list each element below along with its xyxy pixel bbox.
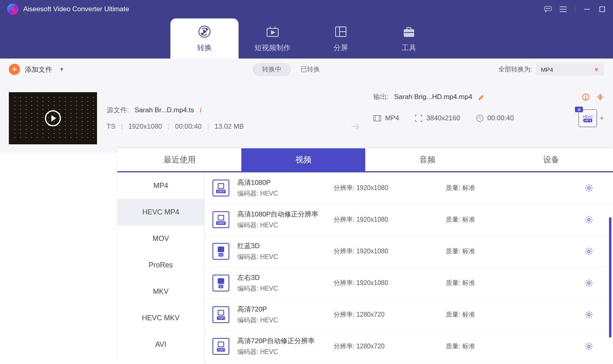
- preset-quality: 质量: 标准: [446, 184, 518, 192]
- preset-option[interactable]: 1080P 高清1080P 编码器: HEVC 分辨率: 1920x1080 质…: [204, 172, 613, 204]
- add-file-button[interactable]: + 添加文件 ▼: [9, 64, 64, 75]
- svg-point-3: [549, 8, 550, 8]
- video-thumbnail[interactable]: [9, 92, 97, 144]
- svg-point-30: [588, 187, 590, 189]
- play-icon: [45, 110, 61, 126]
- svg-rect-20: [404, 30, 414, 36]
- dropdown-tabs: 最近使用 视频 音频 设备: [117, 148, 613, 172]
- preset-title: 高清1080P: [237, 178, 326, 187]
- gear-icon[interactable]: [585, 184, 593, 192]
- preset-encoder: 编码器: HEVC: [237, 316, 326, 325]
- preset-quality: 质量: 标准: [446, 279, 518, 287]
- output-duration: 00:00:40: [488, 114, 514, 122]
- sidebar-format-item[interactable]: MKV: [117, 278, 204, 305]
- preset-encoder: 编码器: HEVC: [237, 253, 326, 261]
- file-row: 源文件: Sarah Br...D.mp4.ts i TS | 1920x108…: [0, 80, 613, 152]
- gear-icon[interactable]: [585, 279, 593, 287]
- dd-tab-device[interactable]: 设备: [489, 148, 613, 171]
- svg-point-34: [588, 313, 590, 316]
- convert-icon: [197, 24, 212, 39]
- svg-point-35: [588, 345, 590, 348]
- preset-resolution: 分辨率: 1920x1080: [334, 279, 438, 287]
- titlebar: Aiseesoft Video Converter Ultimate: [0, 0, 613, 18]
- format-dropdown: 最近使用 视频 音频 设备 MP4HEVC MP4MOVProResMKVHEV…: [117, 148, 613, 364]
- nav-tab-split[interactable]: 分屏: [307, 18, 375, 59]
- maximize-icon[interactable]: [599, 6, 606, 13]
- svg-point-1: [546, 8, 547, 8]
- format-select[interactable]: MP4 ▼: [536, 63, 604, 76]
- sidebar-format-item[interactable]: MP4: [117, 172, 204, 199]
- sidebar-format-item[interactable]: MOV: [117, 225, 204, 252]
- preset-icon: 3D: [212, 243, 229, 260]
- preset-option[interactable]: 480P 标清480P 编码器: HEVC 分辨率: 720x480 质量: 标…: [204, 362, 613, 364]
- output-format-badge[interactable]: ⚙ HEVC MP4: [579, 109, 597, 127]
- dd-tab-audio[interactable]: 音频: [365, 148, 489, 171]
- nav-label-convert: 转换: [197, 43, 212, 53]
- status-converted[interactable]: 已转换: [301, 65, 320, 74]
- sidebar-format-item[interactable]: ProRes: [117, 252, 204, 278]
- source-duration: 00:00:40: [175, 123, 202, 131]
- svg-marker-11: [201, 33, 203, 35]
- nav-tab-convert[interactable]: 转换: [170, 18, 239, 59]
- nav-label-shortvideo: 短视频制作: [255, 43, 291, 53]
- gear-icon[interactable]: [585, 247, 593, 255]
- preset-title: 高清720P: [237, 305, 326, 314]
- titlebar-controls: [544, 5, 606, 13]
- sidebar-format-item[interactable]: HEVC MKV: [117, 305, 204, 331]
- badge-codec: HEVC: [583, 115, 593, 119]
- nav-tab-shortvideo[interactable]: 短视频制作: [239, 18, 307, 59]
- warning-icon[interactable]: [582, 93, 590, 101]
- format-value: MP4: [541, 66, 553, 73]
- app-logo-wrap: Aiseesoft Video Converter Ultimate: [7, 4, 129, 15]
- preset-icon: 1080P: [212, 180, 229, 196]
- gear-icon[interactable]: [585, 216, 593, 224]
- scrollbar[interactable]: [609, 217, 611, 338]
- status-converting[interactable]: 转换中: [253, 63, 291, 76]
- feedback-icon[interactable]: [544, 6, 552, 13]
- gear-icon[interactable]: [585, 311, 593, 319]
- badge-container: MP4: [583, 119, 592, 122]
- preset-encoder: 编码器: HEVC: [237, 221, 326, 230]
- preset-resolution: 分辨率: 1280x720: [334, 342, 438, 351]
- output-format: MP4: [385, 114, 399, 122]
- edit-icon[interactable]: [478, 93, 485, 101]
- dd-tab-recent[interactable]: 最近使用: [117, 148, 241, 171]
- dd-tab-video[interactable]: 视频: [241, 148, 365, 171]
- menu-icon[interactable]: [560, 6, 567, 13]
- preset-encoder: 编码器: HEVC: [237, 285, 326, 293]
- output-resolution: 3840x2160: [426, 114, 460, 122]
- preset-icon: 1080P: [212, 211, 229, 228]
- main-nav: 转换 短视频制作 分屏 工具: [0, 18, 613, 59]
- source-filename: Sarah Br...D.mp4.ts: [135, 106, 194, 114]
- compress-icon[interactable]: [596, 93, 604, 101]
- svg-rect-8: [600, 7, 605, 12]
- nav-label-tools: 工具: [402, 43, 416, 53]
- preset-option[interactable]: 1080P 高清1080P自动修正分辨率 编码器: HEVC 分辨率: 1920…: [204, 204, 613, 236]
- output-label: 输出:: [373, 92, 389, 101]
- add-file-label: 添加文件: [25, 65, 52, 74]
- arrow-icon: ➔: [348, 108, 364, 144]
- format-sidebar: MP4HEVC MP4MOVProResMKVHEVC MKVAVI: [117, 172, 204, 364]
- preset-list: 1080P 高清1080P 编码器: HEVC 分辨率: 1920x1080 质…: [204, 172, 613, 364]
- sidebar-format-item[interactable]: AVI: [117, 331, 204, 358]
- toolbar-right: 全部转换为: MP4 ▼: [498, 63, 604, 76]
- preset-resolution: 分辨率: 1920x1080: [334, 247, 438, 256]
- preset-title: 高清720P自动修正分辨率: [237, 336, 326, 346]
- preset-option[interactable]: 3D 左右3D 编码器: HEVC 分辨率: 1920x1080 质量: 标准: [204, 267, 613, 299]
- sidebar-format-item[interactable]: HEVC MP4: [117, 199, 204, 225]
- output-info: 输出: Sarah Brig...HD.mp4.mp4 MP4: [373, 92, 605, 144]
- nav-tab-tools[interactable]: 工具: [375, 18, 443, 59]
- gear-icon[interactable]: [585, 342, 593, 350]
- preset-option[interactable]: 720P 高清720P自动修正分辨率 编码器: HEVC 分辨率: 1280x7…: [204, 331, 613, 362]
- svg-marker-12: [204, 30, 206, 33]
- preset-option[interactable]: 720P 高清720P 编码器: HEVC 分辨率: 1280x720 质量: …: [204, 299, 613, 331]
- svg-point-32: [588, 250, 590, 253]
- preset-resolution: 分辨率: 1280x720: [334, 311, 438, 319]
- preset-option[interactable]: 3D 红蓝3D 编码器: HEVC 分辨率: 1920x1080 质量: 标准: [204, 236, 613, 267]
- titlebar-separator: [575, 5, 575, 13]
- preset-quality: 质量: 标准: [446, 216, 518, 224]
- minimize-icon[interactable]: [583, 6, 591, 13]
- preset-icon: 720P: [212, 306, 229, 323]
- info-icon[interactable]: i: [200, 106, 202, 114]
- plus-icon: +: [9, 64, 20, 75]
